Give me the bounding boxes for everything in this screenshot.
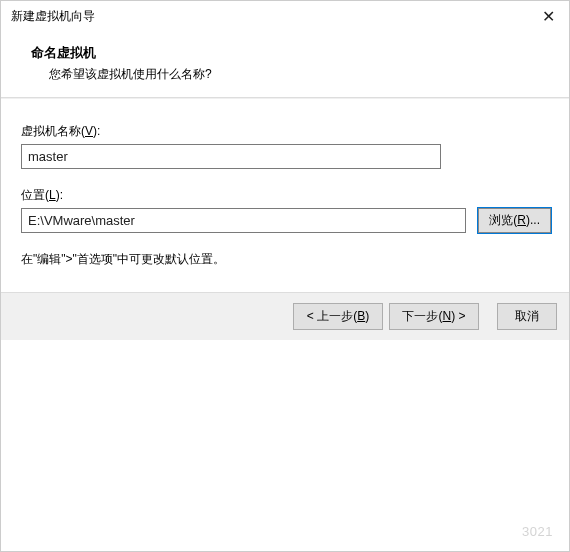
titlebar: 新建虚拟机向导 ✕ — [1, 1, 570, 32]
page-subtitle: 您希望该虚拟机使用什么名称? — [31, 66, 541, 83]
wizard-footer: < 上一步(B) 下一步(N) > 取消 — [1, 292, 570, 340]
vm-name-label: 虚拟机名称(V): — [21, 123, 551, 140]
window-title: 新建虚拟机向导 — [11, 8, 95, 25]
page-title: 命名虚拟机 — [31, 44, 541, 62]
close-icon[interactable]: ✕ — [536, 7, 561, 26]
location-input[interactable] — [21, 208, 466, 233]
vm-name-input[interactable] — [21, 144, 441, 169]
back-button[interactable]: < 上一步(B) — [293, 303, 383, 330]
wizard-header: 命名虚拟机 您希望该虚拟机使用什么名称? — [1, 32, 570, 98]
location-hint: 在"编辑">"首选项"中可更改默认位置。 — [21, 251, 551, 268]
browse-button[interactable]: 浏览(R)... — [478, 208, 551, 233]
location-label: 位置(L): — [21, 187, 551, 204]
wizard-content: 虚拟机名称(V): 位置(L): 浏览(R)... 在"编辑">"首选项"中可更… — [1, 98, 570, 292]
next-button[interactable]: 下一步(N) > — [389, 303, 479, 330]
watermark: 3021 — [522, 524, 553, 539]
cancel-button[interactable]: 取消 — [497, 303, 557, 330]
